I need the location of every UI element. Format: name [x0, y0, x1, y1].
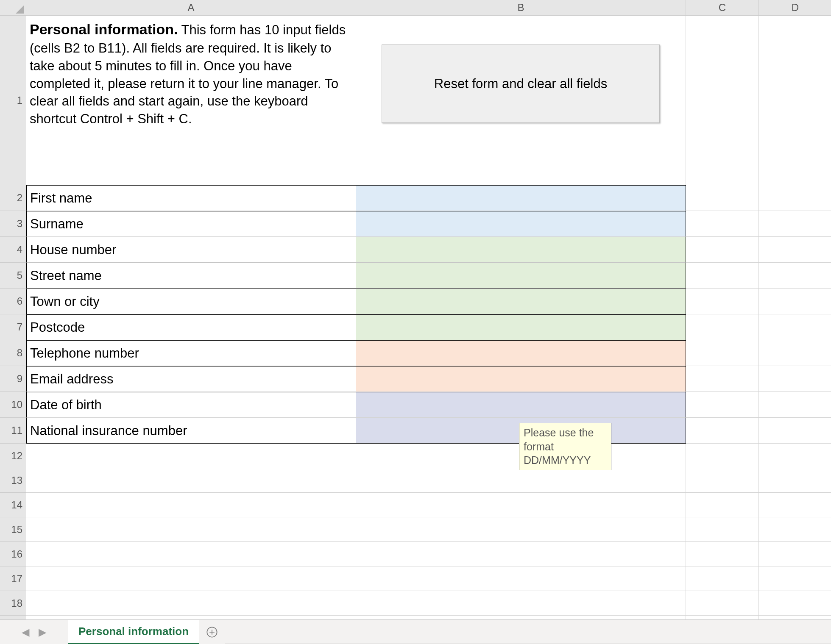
cell-B17[interactable] — [356, 566, 686, 591]
column-header-D[interactable]: D — [759, 0, 831, 16]
column-headers: A B C D — [0, 0, 831, 16]
sheet-nav-prev-icon[interactable]: ◀ — [22, 626, 29, 638]
cell-D2[interactable] — [759, 185, 831, 211]
cell-C9[interactable] — [686, 366, 759, 392]
cell-A3[interactable]: Surname — [26, 211, 356, 237]
cell-C3[interactable] — [686, 211, 759, 237]
cell-D14[interactable] — [759, 493, 831, 517]
cell-D6[interactable] — [759, 289, 831, 314]
column-header-C[interactable]: C — [686, 0, 759, 16]
row-header-16[interactable]: 16 — [0, 542, 26, 566]
cell-C10[interactable] — [686, 392, 759, 418]
cell-B6[interactable] — [356, 289, 686, 314]
cell-B13[interactable] — [356, 468, 686, 493]
cell-D5[interactable] — [759, 263, 831, 289]
row-header-9[interactable]: 9 — [0, 366, 26, 392]
cell-C1[interactable] — [686, 16, 759, 185]
cell-D12[interactable] — [759, 444, 831, 468]
row-header-10[interactable]: 10 — [0, 392, 26, 418]
cell-D7[interactable] — [759, 314, 831, 340]
form-label: Street name — [30, 268, 102, 283]
cell-D1[interactable] — [759, 16, 831, 185]
row-header-12[interactable]: 12 — [0, 444, 26, 468]
cell-B2[interactable] — [356, 185, 686, 211]
cell-A4[interactable]: House number — [26, 237, 356, 263]
cell-A2[interactable]: First name — [26, 185, 356, 211]
cell-A13[interactable] — [26, 468, 356, 493]
cell-A12[interactable] — [26, 444, 356, 468]
cell-A8[interactable]: Telephone number — [26, 340, 356, 366]
cell-C16[interactable] — [686, 542, 759, 566]
row-header-6[interactable]: 6 — [0, 289, 26, 314]
cell-B16[interactable] — [356, 542, 686, 566]
row-header-11[interactable]: 11 — [0, 418, 26, 444]
cell-A5[interactable]: Street name — [26, 263, 356, 289]
cell-C7[interactable] — [686, 314, 759, 340]
cell-A11[interactable]: National insurance number — [26, 418, 356, 444]
row-header-7[interactable]: 7 — [0, 314, 26, 340]
cell-A9[interactable]: Email address — [26, 366, 356, 392]
form-label: Date of birth — [30, 397, 102, 413]
cell-D16[interactable] — [759, 542, 831, 566]
row-header-5[interactable]: 5 — [0, 263, 26, 289]
cell-B14[interactable] — [356, 493, 686, 517]
row-header-8[interactable]: 8 — [0, 340, 26, 366]
row-header-3[interactable]: 3 — [0, 211, 26, 237]
cell-D11[interactable] — [759, 418, 831, 444]
cell-B15[interactable] — [356, 517, 686, 542]
cell-A18[interactable] — [26, 591, 356, 616]
cell-B9[interactable] — [356, 366, 686, 392]
cell-D13[interactable] — [759, 468, 831, 493]
select-all-corner[interactable] — [0, 0, 26, 16]
cell-B18[interactable] — [356, 591, 686, 616]
row-header-2[interactable]: 2 — [0, 185, 26, 211]
cell-D4[interactable] — [759, 237, 831, 263]
cell-C14[interactable] — [686, 493, 759, 517]
cell-C8[interactable] — [686, 340, 759, 366]
cell-B10[interactable] — [356, 392, 686, 418]
cell-C15[interactable] — [686, 517, 759, 542]
row-header-1[interactable]: 1 — [0, 16, 26, 185]
row-header-13[interactable]: 13 — [0, 468, 26, 493]
column-header-A[interactable]: A — [26, 0, 356, 16]
row-header-14[interactable]: 14 — [0, 493, 26, 517]
row-header-15[interactable]: 15 — [0, 517, 26, 542]
cell-C17[interactable] — [686, 566, 759, 591]
cell-A14[interactable] — [26, 493, 356, 517]
cell-C6[interactable] — [686, 289, 759, 314]
cell-D3[interactable] — [759, 211, 831, 237]
cell-B3[interactable] — [356, 211, 686, 237]
row-header-4[interactable]: 4 — [0, 237, 26, 263]
cell-C12[interactable] — [686, 444, 759, 468]
sheet-nav-next-icon[interactable]: ▶ — [39, 626, 46, 638]
cell-A15[interactable] — [26, 517, 356, 542]
cell-B5[interactable] — [356, 263, 686, 289]
cell-A10[interactable]: Date of birth — [26, 392, 356, 418]
cell-D17[interactable] — [759, 566, 831, 591]
cell-A16[interactable] — [26, 542, 356, 566]
cell-C11[interactable] — [686, 418, 759, 444]
cell-D8[interactable] — [759, 340, 831, 366]
cell-D15[interactable] — [759, 517, 831, 542]
cell-A6[interactable]: Town or city — [26, 289, 356, 314]
sheet-tab-active[interactable]: Personal information — [68, 620, 199, 644]
cell-C18[interactable] — [686, 591, 759, 616]
cell-A1[interactable]: Personal information. This form has 10 i… — [26, 16, 356, 185]
cell-A7[interactable]: Postcode — [26, 314, 356, 340]
cell-C4[interactable] — [686, 237, 759, 263]
row-header-18[interactable]: 18 — [0, 591, 26, 616]
column-header-B[interactable]: B — [356, 0, 686, 16]
reset-form-button[interactable]: Reset form and clear all fields — [382, 44, 660, 123]
row-header-17[interactable]: 17 — [0, 566, 26, 591]
cell-C5[interactable] — [686, 263, 759, 289]
cell-B4[interactable] — [356, 237, 686, 263]
cell-B7[interactable] — [356, 314, 686, 340]
cell-C2[interactable] — [686, 185, 759, 211]
cell-B8[interactable] — [356, 340, 686, 366]
cell-A17[interactable] — [26, 566, 356, 591]
cell-C13[interactable] — [686, 468, 759, 493]
add-sheet-button[interactable] — [199, 620, 225, 644]
cell-D10[interactable] — [759, 392, 831, 418]
cell-D9[interactable] — [759, 366, 831, 392]
cell-D18[interactable] — [759, 591, 831, 616]
